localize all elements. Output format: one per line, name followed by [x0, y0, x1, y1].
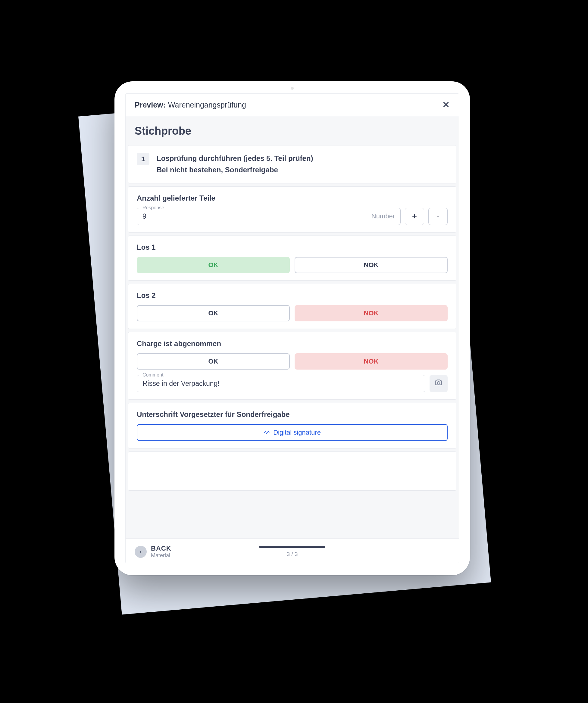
signature-label: Unterschrift Vorgesetzter für Sonderfrei… [137, 410, 448, 419]
camera-icon [435, 379, 442, 389]
quantity-label: Anzahl gelieferter Teile [137, 194, 448, 203]
signature-card: Unterschrift Vorgesetzter für Sonderfrei… [128, 403, 456, 449]
signature-icon [264, 428, 270, 437]
camera-button[interactable] [430, 375, 448, 392]
comment-float-label: Comment [141, 372, 165, 378]
quantity-card: Anzahl gelieferter Teile Response 9 Numb… [128, 186, 456, 233]
charge-ok-button[interactable]: OK [137, 353, 290, 370]
los1-ok-button[interactable]: OK [137, 257, 290, 273]
back-button[interactable]: BACK Material [135, 545, 171, 559]
charge-label: Charge ist abgenommen [137, 339, 448, 348]
quantity-float-label: Response [141, 205, 166, 211]
header-prefix: Preview: [135, 101, 166, 109]
back-label: BACK [151, 545, 171, 552]
comment-value: Risse in der Verpackung! [143, 380, 420, 388]
signature-button[interactable]: Digital signature [137, 424, 448, 441]
close-icon[interactable]: ✕ [442, 100, 450, 109]
step-line-2: Bei nicht bestehen, Sonderfreigabe [157, 164, 313, 176]
los2-card: Los 2 OK NOK [128, 284, 456, 329]
progress-text: 3 / 3 [259, 551, 325, 557]
chevron-left-icon [135, 546, 147, 558]
quantity-value: 9 [143, 212, 371, 221]
comment-input[interactable]: Comment Risse in der Verpackung! [137, 375, 425, 392]
tablet-frame: Preview: Wareneingangsprüfung ✕ Stichpro… [115, 81, 470, 575]
charge-card: Charge ist abgenommen OK NOK Comment Ris… [128, 332, 456, 400]
footer-bar: BACK Material 3 / 3 [126, 538, 459, 563]
svg-point-0 [437, 382, 440, 384]
los1-card: Los 1 OK NOK [128, 236, 456, 281]
quantity-type: Number [371, 212, 395, 220]
charge-nok-button[interactable]: NOK [295, 353, 448, 370]
los1-nok-button[interactable]: NOK [295, 257, 448, 273]
step-number: 1 [137, 153, 149, 165]
los1-label: Los 1 [137, 243, 448, 251]
header-title: Wareneingangsprüfung [168, 101, 246, 109]
los2-label: Los 2 [137, 291, 448, 300]
screen: Preview: Wareneingangsprüfung ✕ Stichpro… [125, 93, 459, 563]
quantity-minus-button[interactable]: - [428, 208, 448, 225]
signature-button-label: Digital signature [273, 428, 321, 437]
progress-bar [259, 546, 325, 548]
los2-nok-button[interactable]: NOK [295, 305, 448, 321]
step-card: 1 Losprüfung durchführen (jedes 5. Teil … [128, 145, 456, 183]
empty-card [128, 452, 456, 491]
los2-ok-button[interactable]: OK [137, 305, 290, 321]
quantity-plus-button[interactable]: + [405, 208, 424, 225]
quantity-input[interactable]: Response 9 Number [137, 208, 400, 225]
header-bar: Preview: Wareneingangsprüfung ✕ [126, 94, 459, 116]
back-sub-label: Material [151, 552, 171, 559]
step-line-1: Losprüfung durchführen (jedes 5. Teil pr… [157, 153, 313, 164]
page-title: Stichprobe [126, 116, 459, 145]
